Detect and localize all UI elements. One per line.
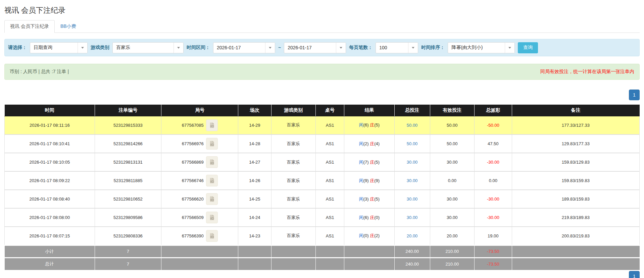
result-player-label: 闲	[359, 160, 363, 165]
total-bet-link[interactable]: 20.00	[407, 233, 418, 238]
cell-session: 14-24	[238, 208, 271, 227]
video-replay-button[interactable]	[206, 138, 218, 150]
pagination-top: 1	[4, 90, 640, 100]
result-banker-label: 庄	[370, 160, 374, 165]
footer-empty	[512, 258, 639, 270]
pagination-bottom: 1	[629, 271, 640, 278]
cell-payout: 47.50	[475, 134, 512, 153]
round-id-text: 677566869	[182, 160, 204, 165]
cell-payout: -30.00	[475, 208, 512, 227]
cell-table-no: AS1	[316, 134, 344, 153]
cell-bet-id: 523129810652	[95, 190, 161, 208]
result-player-score: (7)	[363, 160, 369, 165]
result-banker-label: 庄	[370, 141, 374, 146]
time-sort-label: 时间排序：	[421, 45, 445, 51]
video-file-icon	[209, 141, 215, 147]
chevron-down-icon	[408, 43, 418, 53]
cell-game-type: 百家乐	[271, 190, 315, 208]
cell-note: 159.83/129.83	[512, 153, 639, 171]
cell-round-id: 677566976	[161, 134, 238, 153]
cell-game-type: 百家乐	[271, 171, 315, 190]
cell-session: 14-23	[238, 227, 271, 245]
round-id-text: 677566620	[182, 197, 204, 202]
total-bet-link[interactable]: 30.00	[407, 160, 418, 165]
table-header-row: 时间 注单编号 局号 场次 游戏类别 桌号 结果 总投注 有效投注 总派彩 备注	[5, 105, 640, 116]
page-size-dropdown[interactable]: 100	[376, 42, 418, 53]
cell-valid-bet: 0.00	[430, 171, 474, 190]
result-player-label: 闲	[359, 141, 363, 146]
page-1-button-bottom[interactable]: 1	[629, 271, 640, 278]
result-player-label: 闲	[359, 122, 363, 127]
cell-result: 闲(2) 庄(4)	[344, 134, 394, 153]
cell-bet-id: 523129808336	[95, 227, 161, 245]
cell-table-no: AS1	[316, 171, 344, 190]
cell-total-bet: 50.00	[394, 134, 430, 153]
cell-bet-id: 523129815333	[95, 116, 161, 134]
header-game-type: 游戏类别	[271, 105, 315, 116]
date-to-dropdown[interactable]: 2026-01-17	[284, 42, 346, 53]
footer-empty	[161, 258, 238, 270]
cell-time: 2026-01-17 08:10:05	[5, 153, 95, 171]
total-bet-link[interactable]: 30.00	[407, 215, 418, 220]
page-1-button[interactable]: 1	[629, 90, 640, 100]
summary-bar: 币别 : 人民币 | 总共 :7 注单 | 同局有效投注，统一计算在该局第一张注…	[4, 64, 640, 80]
video-replay-button[interactable]	[206, 175, 218, 186]
currency-total-text: 币别 : 人民币 | 总共 :7 注单 |	[10, 69, 69, 75]
tab-bar: 视讯 会员下注纪录 BB小费	[4, 20, 640, 33]
cell-note: 219.83/189.83	[512, 208, 639, 227]
header-round-id: 局号	[161, 105, 238, 116]
table-row: 2026-01-17 08:10:05 523129813131 6775668…	[5, 153, 640, 171]
footer-payout: -73.50	[475, 258, 512, 270]
result-player-label: 闲	[359, 215, 363, 220]
cell-result: 闲(7) 庄(5)	[344, 153, 394, 171]
cell-total-bet: 20.00	[394, 227, 430, 245]
video-replay-button[interactable]	[206, 230, 218, 242]
video-replay-button[interactable]	[206, 156, 218, 168]
video-file-icon	[209, 177, 215, 184]
cell-game-type: 百家乐	[271, 208, 315, 227]
total-bet-link[interactable]: 50.00	[407, 141, 418, 146]
result-player-score: (0)	[363, 233, 369, 238]
video-replay-button[interactable]	[206, 212, 218, 223]
table-footer-row: 总计 7 240.00 210.00 -73.50	[5, 258, 640, 270]
result-player-score: (9)	[363, 178, 369, 183]
total-bet-link[interactable]: 30.00	[407, 197, 418, 202]
tab-bb-tip[interactable]: BB小费	[55, 20, 82, 33]
game-type-dropdown[interactable]: 百家乐	[112, 42, 184, 53]
table-row: 2026-01-17 08:10:41 523129814266 6775669…	[5, 134, 640, 153]
round-id-text: 677566390	[182, 233, 204, 238]
footer-label: 小计	[5, 245, 95, 258]
table-row: 2026-01-17 08:08:00 523129809586 6775665…	[5, 208, 640, 227]
tab-betting-records[interactable]: 视讯 会员下注纪录	[4, 20, 55, 33]
round-id-text: 677567085	[182, 123, 204, 128]
header-payout: 总派彩	[475, 105, 512, 116]
footer-empty	[271, 245, 315, 258]
video-replay-button[interactable]	[206, 119, 218, 131]
result-player-label: 闲	[359, 178, 363, 183]
total-bet-link[interactable]: 30.00	[407, 178, 418, 183]
cell-bet-id: 523129809586	[95, 208, 161, 227]
cell-total-bet: 50.00	[394, 116, 430, 134]
result-banker-score: (9)	[374, 178, 380, 183]
bet-records-table: 时间 注单编号 局号 场次 游戏类别 桌号 结果 总投注 有效投注 总派彩 备注…	[4, 105, 640, 270]
header-note: 备注	[512, 105, 639, 116]
cell-note: 189.83/159.83	[512, 190, 639, 208]
cell-session: 14-27	[238, 153, 271, 171]
result-player-label: 闲	[359, 233, 363, 238]
game-type-value: 百家乐	[113, 43, 174, 53]
video-replay-button[interactable]	[206, 193, 218, 205]
query-type-dropdown[interactable]: 日期查询	[30, 42, 88, 53]
time-sort-dropdown[interactable]: 降幂(由大到小)	[448, 42, 515, 53]
date-from-dropdown[interactable]: 2026-01-17	[213, 42, 275, 53]
round-id-text: 677566746	[182, 178, 204, 183]
total-bet-link[interactable]: 50.00	[407, 123, 418, 128]
video-file-icon	[209, 233, 215, 239]
round-id-text: 677566976	[182, 141, 204, 146]
cell-time: 2026-01-17 08:08:00	[5, 208, 95, 227]
result-banker-label: 庄	[370, 215, 374, 220]
search-button[interactable]: 查询	[518, 42, 538, 53]
footer-total-bet: 240.00	[394, 245, 430, 258]
result-banker-label: 庄	[370, 178, 374, 183]
video-file-icon	[209, 159, 215, 165]
cell-game-type: 百家乐	[271, 116, 315, 134]
